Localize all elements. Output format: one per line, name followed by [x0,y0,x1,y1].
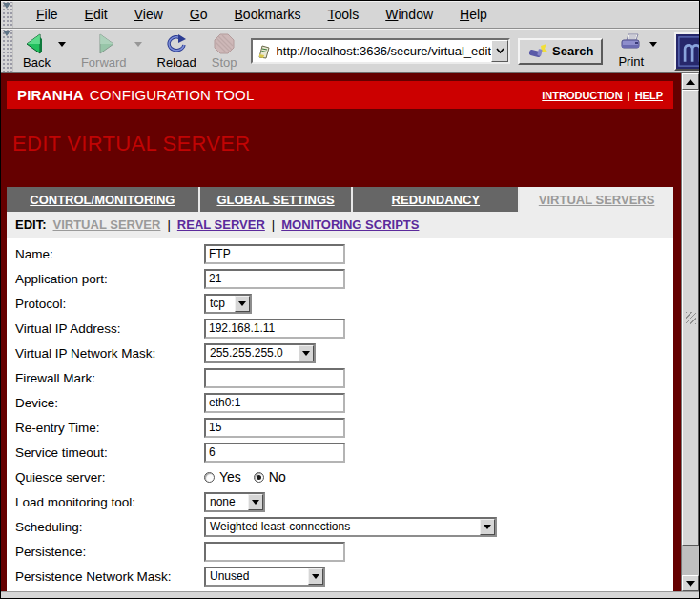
url-page-icon [257,44,272,59]
application-port-input[interactable]: 21 [204,269,345,289]
menu-item-edit[interactable]: Edit [72,2,121,28]
form-row-protocol: Protocol:tcp [15,291,673,316]
subnav-separator: | [167,217,170,232]
collapse-arrow-icon[interactable] [3,3,10,9]
page-banner: PIRANHA CONFIGURATION TOOL INTRODUCTION … [7,81,673,109]
form-row-re-entry-time: Re-entry Time:15 [15,415,673,440]
toolbar-items: Back Forward [13,30,700,72]
collapse-arrow-icon[interactable] [3,31,10,36]
quiesce-server-radio-no[interactable] [254,472,264,483]
dropdown-arrow-icon[interactable] [308,568,323,585]
url-text[interactable]: http://localhost:3636/secure/virtual_edi… [277,44,491,58]
subnav-virtual-server[interactable]: VIRTUAL SERVER [53,217,161,232]
scroll-up-button[interactable] [682,73,699,90]
forward-button[interactable]: Forward [75,32,133,71]
field-label: Virtual IP Network Mask: [15,346,204,361]
name-input[interactable]: FTP [204,244,345,264]
edit-subnav: EDIT: VIRTUAL SERVER | REAL SERVER | MON… [7,212,673,238]
virtual-ip-address-input[interactable]: 192.168.1.11 [204,319,345,339]
menu-item-tools[interactable]: Tools [315,2,373,28]
dropdown-arrow-icon[interactable] [248,494,263,510]
field-label: Name: [15,247,204,261]
piranha-page: PIRANHA CONFIGURATION TOOL INTRODUCTION … [1,73,681,591]
mozilla-m-icon [678,36,700,67]
print-button[interactable]: Print [614,33,648,69]
menu-item-help[interactable]: Help [446,2,501,28]
edit-prefix: EDIT: [15,217,47,232]
dropdown-arrow-icon[interactable] [235,296,250,312]
menu-item-view[interactable]: View [121,2,176,28]
load-monitoring-tool-select[interactable]: none [204,492,265,512]
toolbar-grip[interactable] [1,2,13,28]
stop-button[interactable]: Stop [206,32,243,71]
vertical-scrollbar[interactable] [681,73,699,591]
tab-bar: CONTROL/MONITORING GLOBAL SETTINGS REDUN… [7,187,673,212]
back-icon [24,33,49,54]
introduction-link[interactable]: INTRODUCTION [542,90,622,101]
subnav-monitoring-scripts[interactable]: MONITORING SCRIPTS [281,217,419,232]
tab-redundancy[interactable]: REDUNDANCY [353,187,520,212]
scroll-down-icon [686,581,695,587]
field-label: Load monitoring tool: [15,495,204,509]
dropdown-arrow-icon[interactable] [480,519,495,535]
persistence-network-mask-select[interactable]: Unused [204,567,325,587]
virtual-ip-network-mask-select[interactable]: 255.255.255.0 [204,343,316,363]
field-label: Quiesce server: [15,470,204,485]
field-label: Device: [15,396,204,410]
form-row-quiesce-server: Quiesce server:YesNo [15,465,673,489]
scheduling-select[interactable]: Weighted least-connections [204,517,497,537]
field-label: Re-entry Time: [15,421,204,435]
form-row-service-timeout: Service timeout:6 [15,440,673,465]
form-row-persistence-network-mask: Persistence Network Mask:Unused [15,564,673,589]
mozilla-logo[interactable] [674,32,700,71]
back-button[interactable]: Back [17,32,56,71]
scrollbar-trough[interactable] [682,546,699,575]
form-row-load-monitoring-tool: Load monitoring tool:none [15,489,673,514]
menu-item-window[interactable]: Window [372,2,446,28]
scrollbar-thumb[interactable] [682,90,699,546]
url-bar[interactable]: http://localhost:3636/secure/virtual_edi… [251,38,510,64]
tab-global-settings[interactable]: GLOBAL SETTINGS [200,187,354,212]
stop-label: Stop [212,55,237,70]
back-dropdown-icon[interactable] [58,42,66,47]
field-label: Virtual IP Address: [15,321,204,336]
device-input[interactable]: eth0:1 [204,393,345,413]
reload-button[interactable]: Reload [152,32,202,71]
tab-virtual-servers[interactable]: VIRTUAL SERVERS [520,187,673,212]
help-link[interactable]: HELP [635,90,663,101]
menu-item-file[interactable]: File [23,2,72,28]
form-row-device: Device:eth0:1 [15,390,673,415]
form-row-virtual-ip-address: Virtual IP Address:192.168.1.11 [15,316,673,341]
scroll-down-button[interactable] [682,575,699,591]
scroll-up-icon [686,79,695,85]
field-label: Service timeout: [15,445,204,460]
link-separator: | [628,90,630,101]
search-flashlight-icon [527,44,548,59]
menu-item-go[interactable]: Go [176,2,221,28]
url-dropdown-button[interactable] [491,40,508,62]
toolbar-grip[interactable] [1,30,13,72]
field-label: Protocol: [15,297,204,311]
print-dropdown-icon[interactable] [649,42,657,47]
re-entry-time-input[interactable]: 15 [204,418,345,438]
subnav-real-server[interactable]: REAL SERVER [177,217,265,232]
forward-dropdown-icon[interactable] [134,42,142,47]
forward-label: Forward [81,55,127,70]
service-timeout-input[interactable]: 6 [204,443,345,463]
form-row-persistence: Persistence: [15,539,673,564]
banner-links: INTRODUCTION | HELP [542,90,663,101]
quiesce-server-radio-yes[interactable] [204,472,215,483]
field-label: Persistence: [15,545,204,559]
form-rows: Name:FTPApplication port:21Protocol:tcpV… [7,238,673,589]
protocol-select[interactable]: tcp [204,294,252,314]
tab-control-monitoring[interactable]: CONTROL/MONITORING [7,187,200,212]
form-row-scheduling: Scheduling:Weighted least-connections [15,514,673,539]
firewall-mark-input[interactable] [204,368,345,388]
search-button[interactable]: Search [518,38,603,65]
browser-content: PIRANHA CONFIGURATION TOOL INTRODUCTION … [1,73,699,591]
persistence-input[interactable] [204,542,345,562]
reload-icon [165,33,188,54]
menu-item-bookmarks[interactable]: Bookmarks [221,2,315,28]
dropdown-arrow-icon[interactable] [299,345,314,361]
field-label: Firewall Mark: [15,371,204,385]
